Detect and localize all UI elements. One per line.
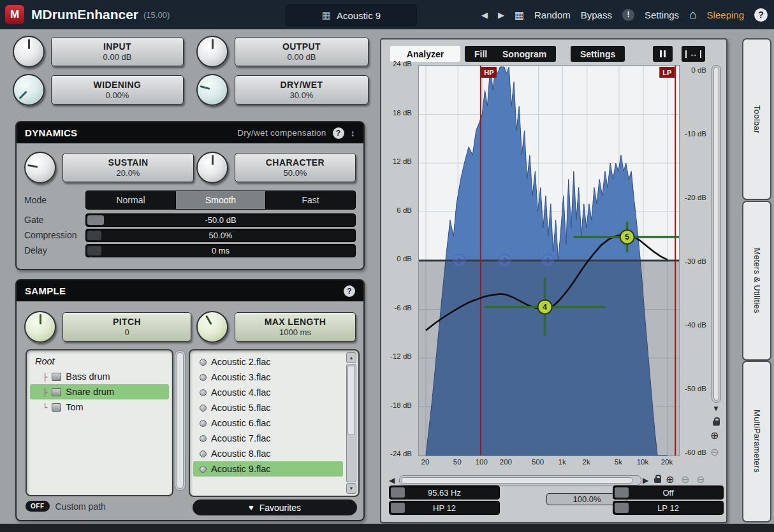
file-item[interactable]: Acoustic 4.flac	[193, 385, 343, 400]
output-knob[interactable]	[196, 36, 228, 68]
left-scale-label: 0 dB	[383, 255, 412, 262]
spectrum-plot[interactable]: HPLP12345	[418, 65, 680, 456]
tree-item-tom[interactable]: Tom	[30, 399, 169, 415]
scroll-left-button[interactable]: ◀	[389, 476, 395, 485]
slider-handle[interactable]	[391, 503, 405, 513]
delay-slider[interactable]: 0 ms	[85, 244, 356, 257]
input-knob[interactable]	[13, 36, 45, 68]
scroll-right-button[interactable]: ▶	[643, 476, 648, 485]
file-list-scrollbar[interactable]: ▲ ▼	[346, 352, 356, 494]
collapse-expand-icon[interactable]: ↕	[351, 128, 355, 138]
mode-normal-button[interactable]: Normal	[86, 191, 176, 209]
scroll-down-button[interactable]: ▼	[346, 483, 356, 494]
gate-slider[interactable]: -50.0 dB	[85, 213, 356, 227]
previous-preset-button[interactable]: ◀	[481, 10, 488, 20]
widening-knob[interactable]	[13, 74, 45, 106]
tab-sonogram[interactable]: Sonogram	[493, 46, 556, 62]
custom-path-toggle[interactable]: OFF	[26, 501, 50, 512]
lock-horizontal-icon[interactable]	[654, 478, 661, 483]
pitch-knob[interactable]	[24, 311, 56, 343]
max-length-display[interactable]: MAX LENGTH 1000 ms	[235, 312, 356, 341]
hp-mode-selector[interactable]: HP 12	[389, 501, 500, 515]
sustain-knob[interactable]	[24, 152, 56, 183]
pitch-display[interactable]: PITCH 0	[62, 312, 191, 341]
preset-selector[interactable]: ▦ Acoustic 9	[286, 4, 417, 26]
tab-settings[interactable]: Settings	[571, 46, 625, 62]
favourites-button[interactable]: ♥ Favourites	[193, 500, 357, 515]
file-item[interactable]: Acoustic 8.flac	[193, 446, 343, 461]
tree-item-label: Tom	[66, 402, 83, 412]
settings-button[interactable]: Settings	[645, 10, 679, 20]
scroll-down-button[interactable]: ▼	[712, 404, 720, 413]
file-item[interactable]: Acoustic 9.flac	[193, 461, 343, 477]
input-display[interactable]: INPUT 0.00 dB	[51, 37, 184, 66]
slider-handle[interactable]	[87, 215, 104, 225]
scrollbar-track[interactable]	[346, 364, 356, 482]
slider-handle[interactable]	[615, 503, 629, 513]
zoom-out-horizontal-icon[interactable]: ⊖	[681, 473, 689, 485]
pause-button[interactable]	[653, 46, 673, 62]
pitch-label: PITCH	[113, 317, 141, 327]
right-scale-label: -30 dB	[680, 257, 706, 265]
file-item[interactable]: Acoustic 7.flac	[193, 431, 343, 446]
save-preset-icon[interactable]: ▦	[515, 9, 524, 21]
lp-mode-selector[interactable]: LP 12	[613, 501, 724, 515]
vertical-scrollbar[interactable]	[712, 65, 721, 403]
sleeping-button[interactable]: Sleeping	[707, 10, 744, 20]
file-item[interactable]: Acoustic 6.flac	[193, 415, 343, 431]
drywet-knob[interactable]	[196, 74, 228, 106]
sample-category-tree[interactable]: Root Bass drum Snare drum Tom	[26, 349, 173, 496]
help-icon[interactable]: ?	[344, 285, 355, 297]
widening-display[interactable]: WIDENING 0.00%	[51, 75, 184, 104]
drywet-compensation-option[interactable]: Dry/wet compensation	[237, 128, 326, 138]
slider-handle[interactable]	[391, 487, 405, 498]
horizontal-scrollbar[interactable]	[399, 475, 641, 485]
slider-handle[interactable]	[615, 487, 629, 498]
output-display[interactable]: OUTPUT 0.00 dB	[235, 37, 369, 66]
help-icon[interactable]: ?	[333, 127, 344, 139]
fit-horizontal-button[interactable]: ↔	[682, 46, 705, 62]
zoom-in-vertical-icon[interactable]: ⊕	[710, 429, 719, 442]
scrollbar-handle[interactable]	[347, 366, 355, 435]
side-tab-meters-utilities[interactable]: Meters & Utilities	[742, 201, 771, 361]
widening-label: WIDENING	[94, 80, 142, 90]
sample-file-list[interactable]: Acoustic 2.flac Acoustic 3.flac Acoustic…	[189, 349, 360, 497]
tree-scrollbar[interactable]	[175, 350, 186, 491]
side-tab-multiparameters[interactable]: MultiParameters	[742, 361, 771, 522]
tree-item-bass-drum[interactable]: Bass drum	[30, 369, 169, 384]
max-length-knob[interactable]	[196, 311, 228, 343]
next-preset-button[interactable]: ▶	[498, 10, 504, 20]
lp-frequency-slider[interactable]: Off	[613, 485, 724, 500]
frequency-tick-label: 20k	[657, 458, 677, 466]
tab-fill[interactable]: Fill	[465, 46, 497, 62]
lock-vertical-icon[interactable]	[713, 421, 720, 426]
preset-name: Acoustic 9	[337, 10, 381, 21]
slider-handle[interactable]	[87, 231, 101, 240]
help-icon[interactable]: ?	[754, 8, 768, 22]
compression-slider[interactable]: 50.0%	[85, 229, 356, 242]
bypass-button[interactable]: Bypass	[581, 10, 612, 20]
hp-frequency-slider[interactable]: 95.63 Hz	[389, 485, 500, 500]
zoom-reset-icon[interactable]: ⊖	[696, 473, 705, 485]
mode-smooth-button[interactable]: Smooth	[176, 191, 266, 209]
file-item[interactable]: Acoustic 5.flac	[193, 400, 343, 415]
zoom-out-vertical-icon[interactable]: ⊖	[710, 446, 719, 458]
sustain-display[interactable]: SUSTAIN 20.0%	[62, 153, 194, 182]
file-item[interactable]: Acoustic 3.flac	[193, 370, 343, 385]
character-display[interactable]: CHARACTER 50.0%	[235, 153, 356, 182]
file-item[interactable]: Acoustic 2.flac	[193, 354, 343, 370]
svg-text:HP: HP	[484, 69, 493, 76]
tree-root-item[interactable]: Root	[30, 354, 169, 369]
character-knob[interactable]	[196, 152, 228, 183]
slider-handle[interactable]	[87, 246, 101, 255]
home-icon[interactable]: ⌂	[689, 8, 696, 22]
character-value: 50.0%	[284, 168, 307, 178]
mode-fast-button[interactable]: Fast	[266, 191, 355, 209]
side-tab-toolbar[interactable]: Toolbar	[742, 38, 771, 200]
notification-icon[interactable]: !	[622, 9, 634, 21]
tree-item-snare-drum[interactable]: Snare drum	[30, 384, 169, 399]
drywet-display[interactable]: DRY/WET 30.0%	[235, 75, 369, 104]
zoom-in-horizontal-icon[interactable]: ⊕	[666, 473, 674, 485]
scroll-up-button[interactable]: ▲	[346, 352, 356, 363]
random-button[interactable]: Random	[534, 10, 571, 20]
